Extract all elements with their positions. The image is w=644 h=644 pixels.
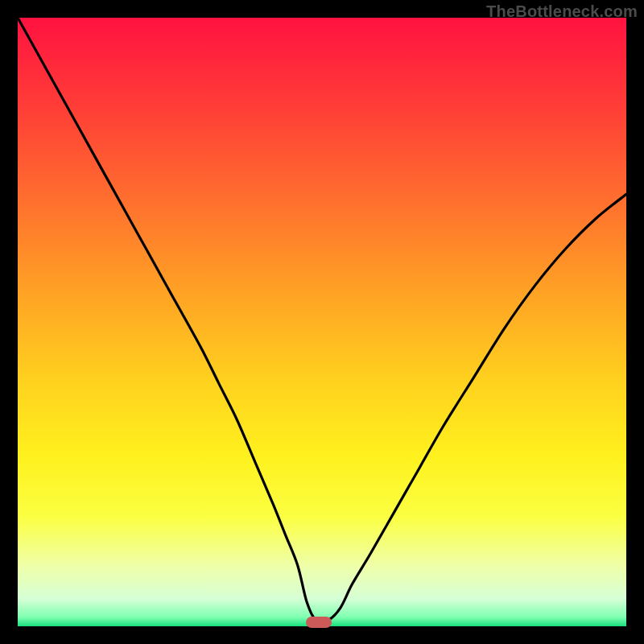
chart-frame: TheBottleneck.com	[0, 0, 644, 644]
optimal-point-marker	[306, 617, 332, 628]
bottleneck-curve	[18, 18, 626, 626]
plot-area	[18, 18, 626, 626]
watermark-text: TheBottleneck.com	[486, 2, 638, 21]
